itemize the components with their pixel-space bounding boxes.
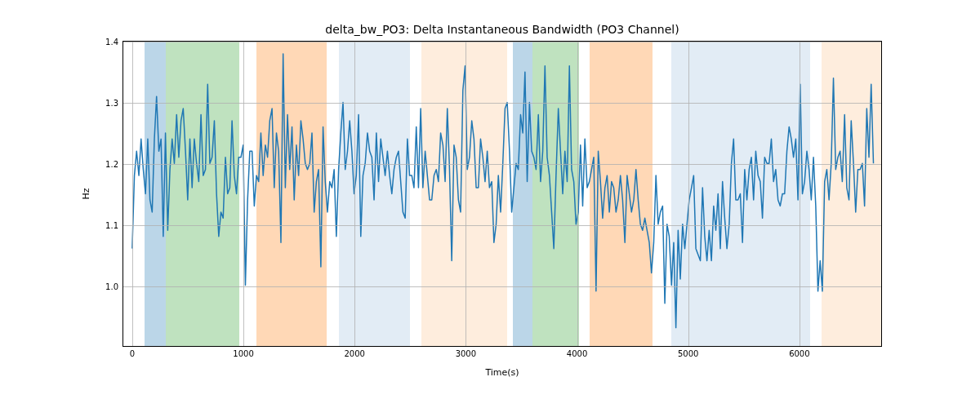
gridline-vertical <box>243 42 244 346</box>
y-tick-label: 1.2 <box>105 160 118 169</box>
axes: 01000200030004000500060001.01.11.21.31.4 <box>122 41 882 347</box>
gridline-vertical <box>354 42 355 346</box>
gridline-horizontal <box>123 225 881 226</box>
x-tick-label: 0 <box>130 349 135 358</box>
gridline-vertical <box>466 42 466 346</box>
gridline-horizontal <box>123 42 881 42</box>
x-tick-label: 1000 <box>233 349 253 358</box>
y-tick-label: 1.4 <box>105 38 118 47</box>
plot-area <box>123 42 881 346</box>
gridline-vertical <box>132 42 133 346</box>
gridline-horizontal <box>123 103 881 104</box>
gridline-horizontal <box>123 164 881 165</box>
y-tick-label: 1.1 <box>105 221 118 230</box>
x-tick-label: 6000 <box>789 349 809 358</box>
figure: delta_bw_PO3: Delta Instantaneous Bandwi… <box>0 0 980 408</box>
x-tick-label: 4000 <box>567 349 587 358</box>
gridline-horizontal <box>123 286 881 287</box>
y-axis-label: Hz <box>78 41 94 347</box>
y-tick-label: 1.3 <box>105 99 118 108</box>
x-tick-label: 5000 <box>678 349 698 358</box>
gridline-vertical <box>688 42 689 346</box>
x-tick-label: 2000 <box>344 349 364 358</box>
gridline-vertical <box>577 42 578 346</box>
x-axis-label: Time(s) <box>122 367 882 378</box>
x-tick-label: 3000 <box>456 349 476 358</box>
y-tick-label: 1.0 <box>105 282 118 291</box>
gridline-vertical <box>800 42 800 346</box>
chart-title: delta_bw_PO3: Delta Instantaneous Bandwi… <box>122 23 882 36</box>
series-line <box>123 42 881 346</box>
